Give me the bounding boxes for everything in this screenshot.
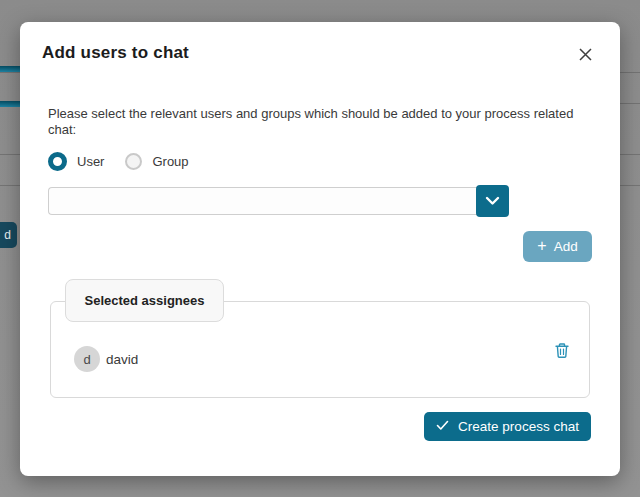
dialog-title: Add users to chat (42, 43, 189, 63)
plus-icon: + (537, 238, 546, 254)
add-button[interactable]: + Add (523, 231, 592, 262)
user-group-radio-group: User Group (48, 151, 189, 172)
radio-option-user[interactable]: User (48, 152, 104, 171)
add-users-to-chat-dialog: Add users to chat Please select the rele… (20, 22, 620, 476)
close-button[interactable] (573, 44, 597, 68)
background-tab-indicator (0, 66, 20, 72)
trash-icon (554, 342, 570, 362)
radio-selected-icon (48, 152, 67, 171)
create-button-label: Create process chat (458, 419, 579, 434)
dialog-description: Please select the relevant users and gro… (48, 106, 584, 138)
radio-label: User (77, 154, 104, 169)
avatar: d (74, 346, 100, 372)
user-select-input[interactable] (48, 187, 477, 215)
radio-label: Group (152, 154, 188, 169)
create-process-chat-button[interactable]: Create process chat (424, 412, 591, 441)
check-icon (436, 419, 449, 434)
background-partial-button: d (0, 222, 17, 248)
radio-option-group[interactable]: Group (125, 153, 188, 170)
remove-assignee-button[interactable] (550, 340, 574, 364)
radio-unselected-icon (125, 153, 142, 170)
select-dropdown-button[interactable] (476, 185, 509, 217)
assignee-name: david (106, 352, 138, 367)
tab-selected-assignees[interactable]: Selected assignees (65, 279, 224, 322)
close-icon (578, 47, 593, 65)
user-select-combobox (48, 185, 509, 217)
chevron-down-icon (485, 194, 500, 209)
background-tab-indicator (0, 101, 20, 107)
add-button-label: Add (554, 239, 578, 254)
